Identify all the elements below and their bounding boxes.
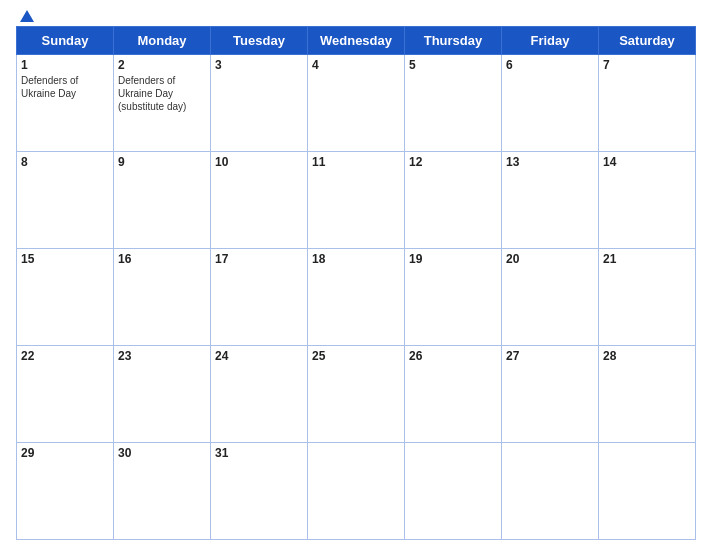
- day-number: 1: [21, 58, 109, 72]
- col-header-friday: Friday: [502, 27, 599, 55]
- calendar-cell: 20: [502, 249, 599, 346]
- day-number: 17: [215, 252, 303, 266]
- calendar-header-row: SundayMondayTuesdayWednesdayThursdayFrid…: [17, 27, 696, 55]
- calendar-cell: 19: [405, 249, 502, 346]
- day-number: 15: [21, 252, 109, 266]
- calendar-cell: 9: [114, 152, 211, 249]
- calendar-cell: 3: [211, 55, 308, 152]
- day-number: 7: [603, 58, 691, 72]
- day-number: 18: [312, 252, 400, 266]
- day-number: 29: [21, 446, 109, 460]
- logo-triangle-icon: [20, 10, 34, 22]
- calendar-cell: 2Defenders of Ukraine Day (substitute da…: [114, 55, 211, 152]
- day-number: 21: [603, 252, 691, 266]
- calendar-cell: [502, 443, 599, 540]
- calendar-cell: 30: [114, 443, 211, 540]
- calendar-cell: 24: [211, 346, 308, 443]
- calendar-cell: 15: [17, 249, 114, 346]
- day-number: 31: [215, 446, 303, 460]
- logo: [16, 10, 34, 22]
- day-number: 24: [215, 349, 303, 363]
- calendar-cell: 14: [599, 152, 696, 249]
- calendar-cell: 16: [114, 249, 211, 346]
- calendar-cell: 21: [599, 249, 696, 346]
- calendar-cell: 6: [502, 55, 599, 152]
- day-number: 3: [215, 58, 303, 72]
- calendar-cell: 4: [308, 55, 405, 152]
- day-number: 4: [312, 58, 400, 72]
- day-number: 27: [506, 349, 594, 363]
- calendar-week-row: 293031: [17, 443, 696, 540]
- day-number: 10: [215, 155, 303, 169]
- day-number: 16: [118, 252, 206, 266]
- day-number: 20: [506, 252, 594, 266]
- day-number: 9: [118, 155, 206, 169]
- day-number: 11: [312, 155, 400, 169]
- holiday-label: Defenders of Ukraine Day: [21, 74, 109, 100]
- day-number: 30: [118, 446, 206, 460]
- calendar-cell: 18: [308, 249, 405, 346]
- day-number: 13: [506, 155, 594, 169]
- calendar-cell: 11: [308, 152, 405, 249]
- calendar-cell: 26: [405, 346, 502, 443]
- day-number: 22: [21, 349, 109, 363]
- calendar-cell: [308, 443, 405, 540]
- day-number: 12: [409, 155, 497, 169]
- day-number: 28: [603, 349, 691, 363]
- col-header-saturday: Saturday: [599, 27, 696, 55]
- calendar-table: SundayMondayTuesdayWednesdayThursdayFrid…: [16, 26, 696, 540]
- calendar-cell: 23: [114, 346, 211, 443]
- calendar-cell: 5: [405, 55, 502, 152]
- col-header-sunday: Sunday: [17, 27, 114, 55]
- col-header-thursday: Thursday: [405, 27, 502, 55]
- day-number: 26: [409, 349, 497, 363]
- col-header-monday: Monday: [114, 27, 211, 55]
- calendar-cell: 10: [211, 152, 308, 249]
- calendar-cell: [405, 443, 502, 540]
- page-header: [16, 10, 696, 22]
- day-number: 5: [409, 58, 497, 72]
- calendar-cell: 17: [211, 249, 308, 346]
- holiday-label: Defenders of Ukraine Day (substitute day…: [118, 74, 206, 113]
- calendar-cell: 28: [599, 346, 696, 443]
- calendar-cell: 7: [599, 55, 696, 152]
- calendar-week-row: 22232425262728: [17, 346, 696, 443]
- calendar-cell: 25: [308, 346, 405, 443]
- day-number: 8: [21, 155, 109, 169]
- calendar-week-row: 1Defenders of Ukraine Day2Defenders of U…: [17, 55, 696, 152]
- day-number: 14: [603, 155, 691, 169]
- col-header-wednesday: Wednesday: [308, 27, 405, 55]
- day-number: 23: [118, 349, 206, 363]
- calendar-cell: 1Defenders of Ukraine Day: [17, 55, 114, 152]
- day-number: 2: [118, 58, 206, 72]
- calendar-week-row: 15161718192021: [17, 249, 696, 346]
- calendar-cell: [599, 443, 696, 540]
- day-number: 6: [506, 58, 594, 72]
- calendar-cell: 22: [17, 346, 114, 443]
- calendar-cell: 12: [405, 152, 502, 249]
- calendar-cell: 27: [502, 346, 599, 443]
- calendar-cell: 13: [502, 152, 599, 249]
- calendar-cell: 31: [211, 443, 308, 540]
- calendar-cell: 29: [17, 443, 114, 540]
- day-number: 19: [409, 252, 497, 266]
- calendar-cell: 8: [17, 152, 114, 249]
- day-number: 25: [312, 349, 400, 363]
- calendar-week-row: 891011121314: [17, 152, 696, 249]
- col-header-tuesday: Tuesday: [211, 27, 308, 55]
